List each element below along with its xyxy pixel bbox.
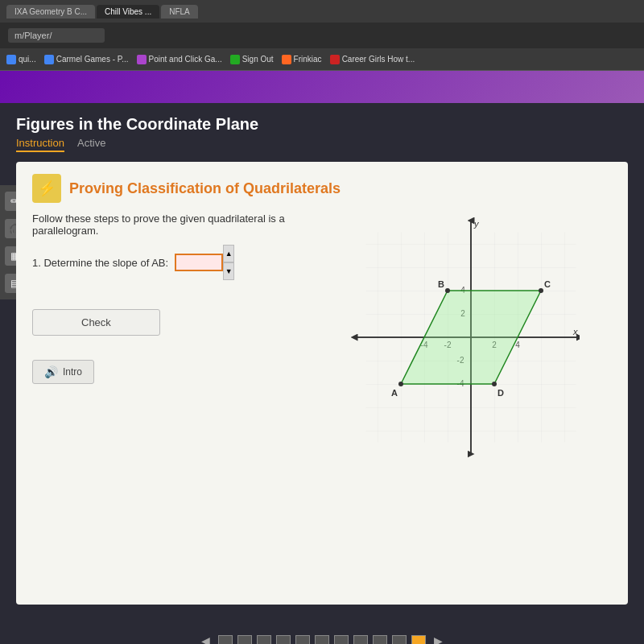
svg-point-17 [445,288,450,293]
bookmarks-bar: qui... Carmel Games - P... Point and Cli… [0,48,644,71]
tab-2[interactable]: NFLA [161,5,198,19]
speaker-icon: 🔊 [44,365,58,378]
page-dot-3[interactable] [276,635,291,644]
page-title: Figures in the Coordinate Plane [16,115,628,134]
bookmark-icon-2 [137,55,147,64]
left-panel: Follow these steps to prove the given qu… [32,213,306,588]
bookmark-label-2: Point and Click Ga... [149,55,222,64]
step1-input-wrapper: ▲ ▼ [175,245,234,280]
bookmark-icon-3 [230,55,240,64]
step1-label: 1. Determine the slope of AB: [32,257,168,269]
svg-point-21 [492,382,497,386]
svg-text:D: D [497,388,504,398]
coordinate-graph: -4 -2 2 4 4 2 -2 -4 x y [346,213,580,462]
step1-input[interactable] [175,254,223,271]
bookmark-2[interactable]: Point and Click Ga... [137,55,222,64]
purple-banner [0,71,644,103]
svg-point-19 [539,288,543,293]
tab-instruction[interactable]: Instruction [16,137,64,152]
svg-text:B: B [438,279,444,289]
bookmark-label-5: Career Girls How t... [342,55,415,64]
svg-point-15 [398,382,403,386]
intro-button-label: Intro [63,366,82,378]
page-dot-1[interactable] [237,635,252,644]
page-dot-0[interactable] [218,635,233,644]
bookmark-icon-5 [330,55,340,64]
card: ⚡ Proving Classification of Quadrilatera… [16,162,628,605]
page-dot-9[interactable] [392,635,407,644]
next-page-btn[interactable]: ▶ [431,634,446,644]
card-icon: ⚡ [32,174,61,203]
bookmark-label-0: qui... [19,55,36,64]
main-content: Figures in the Coordinate Plane Instruct… [0,103,644,626]
bookmark-0[interactable]: qui... [6,55,36,64]
prev-page-btn[interactable]: ◀ [198,634,213,644]
tab-1[interactable]: Chill Vibes ... [97,5,159,19]
tab-bar: IXA Geometry B C... Chill Vibes ... NFLA [0,0,644,23]
page-dot-2[interactable] [257,635,271,644]
bookmark-label-3: Sign Out [242,55,274,64]
svg-text:x: x [572,327,578,336]
page-tabs: Instruction Active [16,137,628,152]
right-panel: -4 -2 2 4 4 2 -2 -4 x y [314,213,612,588]
bookmark-icon-4 [282,55,291,64]
card-header: ⚡ Proving Classification of Quadrilatera… [32,174,612,203]
svg-text:C: C [544,279,551,289]
bookmark-1[interactable]: Carmel Games - P... [44,55,129,64]
svg-text:y: y [473,219,480,229]
page-dot-5[interactable] [315,635,329,644]
stepper-up[interactable]: ▲ [223,245,234,262]
bookmark-5[interactable]: Career Girls How t... [330,55,415,64]
bookmark-3[interactable]: Sign Out [230,55,274,64]
address-bar [0,23,644,48]
page-dot-8[interactable] [373,635,387,644]
stepper-down[interactable]: ▼ [223,262,234,280]
browser-chrome: IXA Geometry B C... Chill Vibes ... NFLA [0,0,644,48]
svg-text:A: A [391,388,398,398]
bookmark-label-1: Carmel Games - P... [56,55,129,64]
bookmark-icon-1 [44,55,54,64]
bottom-nav: ◀ ▶ 11 of 11 [0,626,644,644]
bookmark-label-4: Frinkiac [294,55,322,64]
page-dot-10[interactable] [411,635,426,644]
page-dot-7[interactable] [353,635,368,644]
bookmark-4[interactable]: Frinkiac [282,55,322,64]
content-body: Follow these steps to prove the given qu… [32,213,612,588]
check-button[interactable]: Check [32,309,160,336]
tab-0[interactable]: IXA Geometry B C... [6,5,95,19]
address-input[interactable] [8,28,105,43]
svg-text:4: 4 [515,341,520,349]
bookmark-icon-0 [6,55,16,64]
tab-active[interactable]: Active [77,137,105,152]
card-title: Proving Classification of Quadrilaterals [69,180,341,197]
step1-row: 1. Determine the slope of AB: ▲ ▼ [32,245,306,280]
page-dot-6[interactable] [334,635,349,644]
intro-button[interactable]: 🔊 Intro [32,360,94,384]
page-dot-4[interactable] [295,635,310,644]
pagination-row: ◀ ▶ [0,634,644,644]
instruction-text: Follow these steps to prove the given qu… [32,213,306,237]
